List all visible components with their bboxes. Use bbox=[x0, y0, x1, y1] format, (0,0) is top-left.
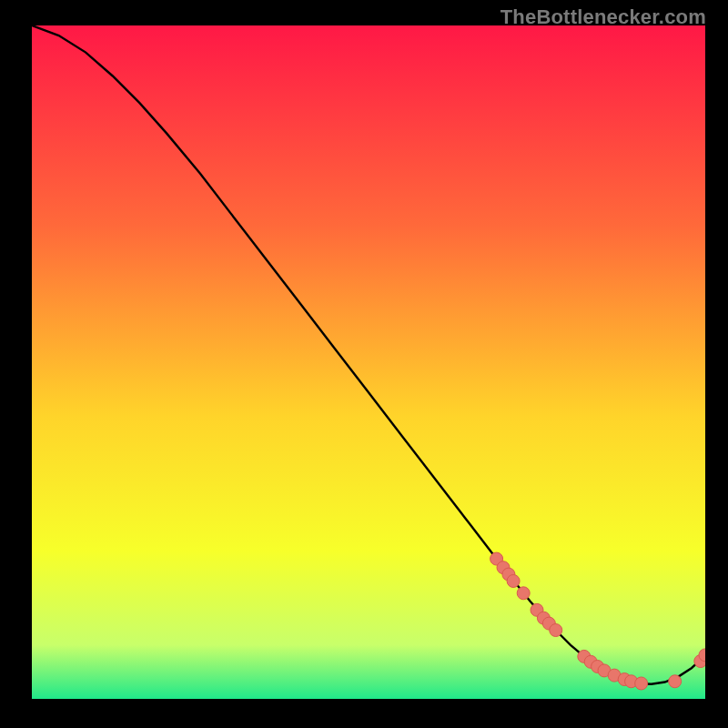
watermark-text: TheBottlenecker.com bbox=[500, 5, 706, 29]
data-marker bbox=[517, 587, 530, 600]
bottleneck-plot bbox=[32, 25, 705, 699]
gradient-background bbox=[32, 25, 705, 699]
data-marker bbox=[669, 675, 682, 688]
data-marker bbox=[507, 575, 520, 588]
data-marker bbox=[635, 677, 648, 690]
chart-frame bbox=[32, 25, 705, 699]
data-marker bbox=[550, 624, 562, 637]
